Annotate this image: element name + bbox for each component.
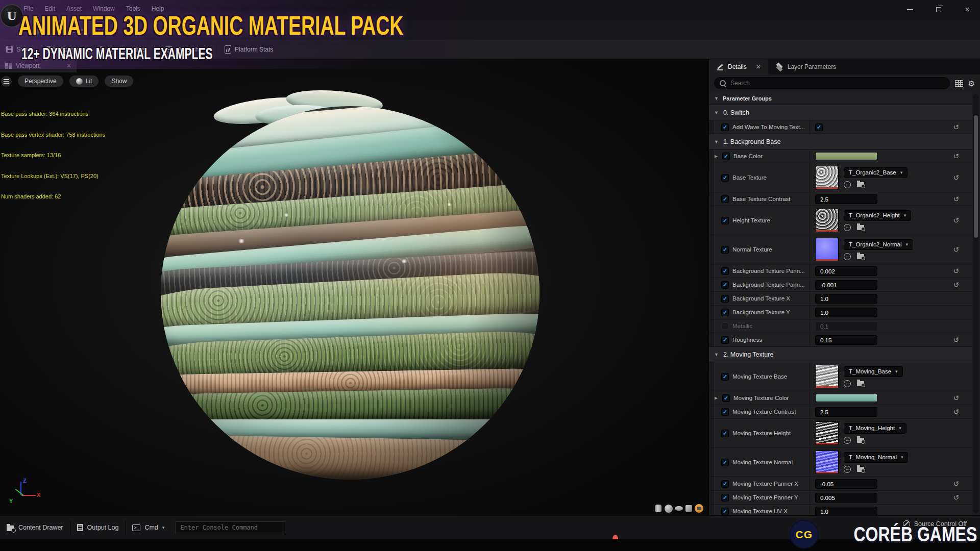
menu-tools[interactable]: Tools bbox=[126, 5, 140, 12]
value-field[interactable]: 1.0 bbox=[815, 507, 877, 516]
browse-to-asset-icon[interactable] bbox=[857, 182, 864, 187]
param-enabled-checkbox[interactable]: ✓ bbox=[721, 373, 729, 381]
param-enabled-checkbox[interactable]: ✓ bbox=[721, 322, 729, 330]
value-field[interactable]: 0.15 bbox=[815, 335, 877, 345]
param-enabled-checkbox[interactable]: ✓ bbox=[721, 494, 729, 502]
browse-to-asset-icon[interactable] bbox=[857, 254, 864, 259]
texture-thumbnail[interactable] bbox=[815, 365, 839, 388]
value-field[interactable]: 1.0 bbox=[815, 294, 877, 304]
texture-thumbnail[interactable] bbox=[815, 238, 839, 261]
value-field[interactable]: -0.001 bbox=[815, 280, 877, 290]
preview-mesh-cylinder-button[interactable] bbox=[654, 504, 663, 513]
lit-mode-button[interactable]: Lit bbox=[69, 76, 99, 87]
reset-to-default-icon[interactable]: ↺ bbox=[953, 408, 959, 416]
reset-to-default-icon[interactable]: ↺ bbox=[953, 480, 959, 488]
menu-window[interactable]: Window bbox=[93, 5, 115, 12]
browse-to-asset-icon[interactable] bbox=[857, 225, 864, 230]
value-field[interactable]: 0.005 bbox=[815, 493, 877, 503]
param-enabled-checkbox[interactable]: ✓ bbox=[721, 174, 729, 182]
param-group-row[interactable]: ▼ 0. Switch bbox=[709, 105, 972, 120]
tab-layer-parameters[interactable]: Layer Parameters bbox=[768, 59, 843, 74]
texture-asset-dropdown[interactable]: T_Moving_Base▾ bbox=[844, 366, 903, 377]
tab-details[interactable]: Details ✕ bbox=[709, 59, 768, 74]
reset-to-default-icon[interactable]: ↺ bbox=[953, 173, 959, 182]
reset-to-default-icon[interactable]: ↺ bbox=[953, 281, 959, 289]
value-field[interactable]: -0.05 bbox=[815, 479, 877, 489]
param-group-row[interactable]: ▼ 1. Background Base bbox=[709, 134, 972, 149]
expander-arrow-icon[interactable]: ▶ bbox=[714, 154, 719, 159]
cmd-button[interactable]: >_ Cmd ▾ bbox=[126, 516, 171, 539]
material-preview-sphere[interactable] bbox=[161, 106, 540, 480]
color-swatch[interactable] bbox=[815, 152, 877, 160]
value-field[interactable]: 2.5 bbox=[815, 194, 877, 204]
param-group-row[interactable]: ▼ 2. Moving Texture bbox=[709, 347, 972, 362]
use-selected-asset-icon[interactable]: ← bbox=[844, 466, 851, 473]
param-enabled-checkbox[interactable]: ✓ bbox=[721, 195, 729, 203]
color-swatch[interactable] bbox=[815, 394, 877, 402]
restore-button[interactable] bbox=[933, 5, 944, 14]
hierarchy-button[interactable]: Hierarchy ▾ bbox=[159, 40, 214, 59]
browse-to-asset-icon[interactable] bbox=[857, 381, 864, 386]
view-options-table-icon[interactable] bbox=[955, 80, 963, 87]
show-button[interactable]: Show bbox=[105, 76, 133, 87]
viewport-options-button[interactable] bbox=[1, 76, 12, 87]
param-enabled-checkbox[interactable]: ✓ bbox=[721, 246, 729, 254]
console-command-input[interactable] bbox=[180, 524, 280, 531]
minimize-button[interactable] bbox=[904, 5, 916, 14]
preview-mesh-sphere-button[interactable] bbox=[664, 504, 673, 513]
use-selected-asset-icon[interactable]: ← bbox=[844, 181, 851, 188]
platform-stats-button[interactable]: Platform Stats bbox=[218, 40, 279, 59]
scrollbar-thumb[interactable] bbox=[974, 115, 978, 238]
use-selected-asset-icon[interactable]: ← bbox=[844, 437, 851, 444]
gear-icon[interactable]: ⚙ bbox=[968, 80, 975, 87]
details-scrollbar[interactable] bbox=[973, 94, 978, 513]
output-log-button[interactable]: Output Log bbox=[70, 516, 126, 539]
texture-asset-dropdown[interactable]: T_Organic2_Height▾ bbox=[844, 210, 911, 221]
expander-arrow-icon[interactable]: ▶ bbox=[714, 395, 719, 400]
show-inactive-button[interactable]: Show Inactive bbox=[89, 40, 151, 59]
browse-to-asset-icon[interactable] bbox=[857, 438, 864, 443]
param-enabled-checkbox[interactable]: ✓ bbox=[721, 480, 729, 488]
reset-to-default-icon[interactable]: ↺ bbox=[953, 394, 959, 402]
preview-mesh-plane-button[interactable] bbox=[674, 504, 683, 513]
texture-thumbnail[interactable] bbox=[815, 209, 839, 232]
reset-to-default-icon[interactable]: ↺ bbox=[953, 493, 959, 502]
asset-tab-close-icon[interactable]: ✕ bbox=[95, 28, 101, 35]
asset-tab-material-instance[interactable]: M_Organic2 * ✕ bbox=[28, 22, 106, 40]
value-field[interactable]: 2.5 bbox=[815, 407, 877, 417]
value-field[interactable]: 0.002 bbox=[815, 266, 877, 276]
texture-thumbnail[interactable] bbox=[815, 421, 839, 445]
use-selected-asset-icon[interactable]: ← bbox=[844, 224, 851, 231]
param-enabled-checkbox[interactable]: ✓ bbox=[721, 295, 729, 303]
param-enabled-checkbox[interactable]: ✓ bbox=[722, 394, 730, 402]
value-field[interactable]: 1.0 bbox=[815, 308, 877, 317]
browse-to-asset-icon[interactable] bbox=[857, 467, 864, 472]
texture-thumbnail[interactable] bbox=[815, 166, 839, 189]
reset-to-default-icon[interactable]: ↺ bbox=[953, 152, 959, 160]
parameter-groups-header[interactable]: ▼ Parameter Groups bbox=[709, 92, 972, 105]
texture-asset-dropdown[interactable]: T_Moving_Normal▾ bbox=[844, 452, 908, 463]
browse-button[interactable]: Browse bbox=[41, 40, 85, 59]
reset-to-default-icon[interactable]: ↺ bbox=[953, 195, 959, 203]
console-command-box[interactable] bbox=[175, 521, 285, 534]
preview-mesh-custom-button[interactable] bbox=[695, 504, 703, 513]
param-value-checkbox[interactable]: ✓ bbox=[815, 123, 823, 131]
reset-to-default-icon[interactable]: ↺ bbox=[953, 336, 959, 344]
reset-to-default-icon[interactable]: ↺ bbox=[953, 216, 959, 224]
param-enabled-checkbox[interactable]: ✓ bbox=[721, 508, 729, 515]
details-tab-close-icon[interactable]: ✕ bbox=[756, 63, 761, 70]
menu-edit[interactable]: Edit bbox=[44, 5, 55, 12]
viewport-tab[interactable]: Viewport ✕ bbox=[0, 59, 77, 72]
close-button[interactable]: × bbox=[962, 5, 973, 14]
param-enabled-checkbox[interactable]: ✓ bbox=[721, 336, 729, 344]
value-field[interactable]: 0.1 bbox=[815, 321, 877, 331]
viewport-tab-close-icon[interactable]: ✕ bbox=[66, 62, 71, 69]
param-enabled-checkbox[interactable]: ✓ bbox=[721, 408, 729, 416]
menu-file[interactable]: File bbox=[23, 5, 33, 12]
param-enabled-checkbox[interactable]: ✓ bbox=[722, 153, 730, 160]
save-button[interactable]: Save bbox=[0, 40, 36, 59]
param-enabled-checkbox[interactable]: ✓ bbox=[721, 123, 729, 131]
unreal-logo-icon[interactable]: U bbox=[0, 4, 23, 28]
texture-thumbnail[interactable] bbox=[815, 450, 839, 474]
param-enabled-checkbox[interactable]: ✓ bbox=[721, 309, 729, 316]
